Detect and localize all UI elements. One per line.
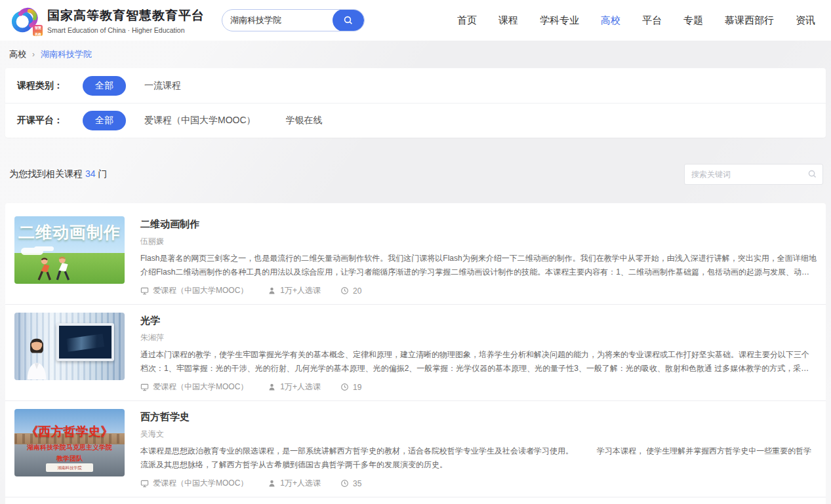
course-thumbnail[interactable]: 《西方哲学史》 湖南科技学院马克思主义学院 教学团队 湖南科技学院 <box>14 409 125 476</box>
clock-icon <box>340 383 349 391</box>
keyword-search <box>684 164 823 185</box>
course-list: 二维动画制作 二维动画制作 伍丽媛 Flash是著名的网页三剑客之一，也是最流行… <box>5 203 826 504</box>
platform-subtitle: Smart Education of China · Higher Educat… <box>47 26 205 34</box>
nav-item-platforms[interactable]: 平台 <box>642 14 662 27</box>
filter-platform-all-pill[interactable]: 全部 <box>83 111 126 130</box>
filter-option-xueyin-online[interactable]: 学银在线 <box>286 115 323 126</box>
monitor-icon <box>140 479 149 488</box>
campus-gate-sign: 湖南科技学院 <box>46 463 93 472</box>
person-icon <box>268 286 276 295</box>
course-thumbnail[interactable]: 二维动画制作 <box>14 216 125 284</box>
main-nav: 首页 课程 学科专业 高校 平台 专题 慕课西部行 资讯 <box>457 14 815 27</box>
monitor-icon <box>140 286 149 295</box>
course-description: 本课程是思想政治教育专业的限选课程，是一部系统讲解西方哲学史的教材，适合各院校哲… <box>140 444 817 472</box>
course-platform: 爱课程（中国大学MOOC） <box>140 381 248 393</box>
filter-label-platform: 开课平台： <box>17 115 83 126</box>
breadcrumb-root[interactable]: 高校 <box>9 48 26 60</box>
monitor-icon <box>140 383 149 391</box>
filter-panel: 课程类别： 全部 一流课程 开课平台： 全部 爱课程（中国大学MOOC） 学银在… <box>5 68 826 138</box>
clock-icon <box>340 286 349 295</box>
nav-item-universities[interactable]: 高校 <box>601 14 620 27</box>
nav-item-courses[interactable]: 课程 <box>498 14 518 27</box>
thumbnail-title-text: 《西方哲学史》 <box>14 423 125 440</box>
course-hours: 35 <box>340 479 361 488</box>
filter-option-first-class-course[interactable]: 一流课程 <box>144 80 181 92</box>
course-platform: 爱课程（中国大学MOOC） <box>140 285 248 296</box>
course-title[interactable]: 西方哲学史 <box>140 411 817 423</box>
course-meta: 爱课程（中国大学MOOC） 1万+人选课 19 <box>140 381 817 393</box>
course-enrolled: 1万+人选课 <box>268 381 321 393</box>
course-meta: 爱课程（中国大学MOOC） 1万+人选课 20 <box>140 285 817 296</box>
course-enrolled: 1万+人选课 <box>268 285 321 296</box>
course-row: 二维动画制作 二维动画制作 伍丽媛 Flash是著名的网页三剑客之一，也是最流行… <box>5 208 826 305</box>
keyword-search-input[interactable] <box>684 164 823 185</box>
course-teacher: 朱湘萍 <box>140 332 817 343</box>
course-hours: 19 <box>340 383 361 392</box>
nav-item-mooc-west[interactable]: 慕课西部行 <box>725 14 774 27</box>
person-icon <box>268 383 276 391</box>
search-icon <box>343 15 354 26</box>
filter-category-all-pill[interactable]: 全部 <box>83 76 126 96</box>
course-title[interactable]: 二维动画制作 <box>140 218 817 231</box>
header-search <box>222 9 365 31</box>
nav-item-news[interactable]: 资讯 <box>796 14 815 27</box>
course-platform: 爱课程（中国大学MOOC） <box>140 478 248 489</box>
thumbnail-team-text: 教学团队 <box>14 454 125 463</box>
course-description: Flash是著名的网页三剑客之一，也是最流行的二维矢量动画制作软件。我们这门课将… <box>140 252 817 279</box>
logo-badge: 智慧 高教 <box>33 25 43 36</box>
header-search-input[interactable] <box>222 16 333 26</box>
filter-option-icourse-mooc[interactable]: 爱课程（中国大学MOOC） <box>144 115 256 126</box>
course-title[interactable]: 光学 <box>140 315 817 327</box>
course-row: 光学 朱湘萍 通过本门课程的教学，使学生牢固掌握光学有关的基本概念、定律和原理，… <box>5 305 826 401</box>
course-row: BIM与混凝土 结构设计 混凝土结构设计 郭恩平 1、课程主要内容建筑是人们用建… <box>5 497 826 504</box>
runners-illustration <box>30 254 80 282</box>
course-body: 西方哲学史 吴海文 本课程是思想政治教育专业的限选课程，是一部系统讲解西方哲学史… <box>140 409 817 489</box>
presenter-illustration <box>22 334 51 380</box>
breadcrumb: 高校 › 湖南科技学院 <box>0 41 831 68</box>
results-bar: 为您找到相关课程34门 <box>9 164 823 185</box>
filter-row-category: 课程类别： 全部 一流课程 <box>5 68 826 103</box>
course-thumbnail[interactable] <box>14 313 125 380</box>
course-teacher: 伍丽媛 <box>140 236 817 247</box>
thumbnail-title-text: 二维动画制作 <box>14 222 125 243</box>
nav-item-topics[interactable]: 专题 <box>683 14 703 27</box>
course-hours: 20 <box>340 286 361 296</box>
course-teacher: 吴海文 <box>140 429 817 440</box>
breadcrumb-current[interactable]: 湖南科技学院 <box>41 48 92 60</box>
course-body: 二维动画制作 伍丽媛 Flash是著名的网页三剑客之一，也是最流行的二维矢量动画… <box>140 216 817 296</box>
platform-logo-icon: 智慧 高教 <box>10 5 41 35</box>
results-count: 34 <box>85 168 96 179</box>
brand-block: 国家高等教育智慧教育平台 Smart Education of China · … <box>47 7 205 34</box>
course-description: 通过本门课程的教学，使学生牢固掌握光学有关的基本概念、定律和原理，建立清晰的物理… <box>140 348 817 376</box>
results-count-text: 为您找到相关课程34门 <box>9 168 108 180</box>
header: 智慧 高教 国家高等教育智慧教育平台 Smart Education of Ch… <box>0 0 831 41</box>
course-enrolled: 1万+人选课 <box>268 478 321 489</box>
chevron-right-icon: › <box>32 50 35 59</box>
filter-label-category: 课程类别： <box>17 80 83 92</box>
studio-screen <box>56 323 114 361</box>
thumbnail-subtitle-text: 湖南科技学院马克思主义学院 <box>14 443 125 452</box>
clock-icon <box>340 479 349 488</box>
course-row: 《西方哲学史》 湖南科技学院马克思主义学院 教学团队 湖南科技学院 西方哲学史 … <box>5 401 826 497</box>
nav-item-disciplines[interactable]: 学科专业 <box>540 14 579 27</box>
course-meta: 爱课程（中国大学MOOC） 1万+人选课 35 <box>140 478 817 489</box>
person-icon <box>268 479 276 488</box>
platform-title: 国家高等教育智慧教育平台 <box>47 7 205 24</box>
filter-row-platform: 开课平台： 全部 爱课程（中国大学MOOC） 学银在线 <box>5 103 826 138</box>
nav-item-home[interactable]: 首页 <box>457 14 477 27</box>
course-body: 光学 朱湘萍 通过本门课程的教学，使学生牢固掌握光学有关的基本概念、定律和原理，… <box>140 313 817 393</box>
search-icon <box>807 169 817 179</box>
header-search-button[interactable] <box>333 9 364 31</box>
